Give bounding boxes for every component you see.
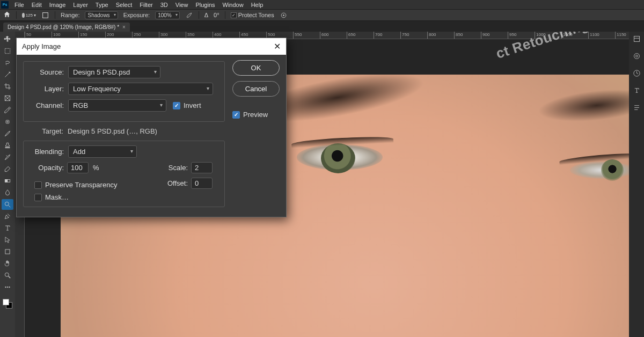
- menu-type[interactable]: Type: [92, 1, 112, 9]
- marquee-tool-icon[interactable]: [2, 46, 13, 56]
- dodge-tool-icon[interactable]: [2, 199, 13, 210]
- preserve-transparency-checkbox[interactable]: [34, 181, 42, 189]
- menu-view[interactable]: View: [172, 1, 192, 9]
- panel-icon-1[interactable]: [633, 35, 641, 45]
- menu-plugins[interactable]: Plugins: [192, 1, 218, 9]
- angle-value[interactable]: 0°: [214, 12, 219, 18]
- blending-label: Blending:: [24, 148, 64, 156]
- gradient-tool-icon[interactable]: [2, 175, 13, 186]
- panel-icon-5[interactable]: [633, 104, 641, 113]
- exposure-dropdown[interactable]: 100%: [155, 11, 180, 19]
- ruler-tick: 1100: [588, 32, 615, 39]
- range-label: Range:: [61, 12, 79, 18]
- ruler-tick: 1050: [561, 32, 588, 39]
- ruler-tick: 900: [481, 32, 508, 39]
- path-select-tool-icon[interactable]: [2, 235, 13, 245]
- panel-icon-4[interactable]: [633, 86, 641, 96]
- healing-tool-icon[interactable]: [2, 116, 13, 127]
- airbrush-icon[interactable]: [185, 11, 193, 19]
- type-tool-icon[interactable]: [2, 223, 13, 233]
- layer-dropdown[interactable]: Low Frequency: [68, 83, 213, 95]
- history-brush-tool-icon[interactable]: [2, 152, 13, 163]
- frame-tool-icon[interactable]: [2, 93, 13, 104]
- home-icon[interactable]: [3, 11, 11, 19]
- svg-rect-0: [43, 12, 48, 18]
- ruler-tick: 600: [320, 32, 347, 39]
- svg-point-23: [635, 55, 638, 57]
- blending-dropdown[interactable]: Add: [68, 145, 137, 158]
- eyedropper-tool-icon[interactable]: [2, 105, 13, 115]
- shape-tool-icon[interactable]: [2, 246, 13, 257]
- exposure-label: Exposure:: [123, 12, 150, 18]
- stamp-tool-icon[interactable]: [2, 140, 13, 151]
- protect-tones-checkbox[interactable]: Protect Tones: [231, 12, 274, 18]
- zoom-tool-icon[interactable]: [2, 270, 13, 281]
- wand-tool-icon[interactable]: [2, 69, 13, 80]
- svg-point-22: [634, 54, 639, 59]
- close-tab-icon[interactable]: ×: [122, 24, 126, 30]
- document-tab[interactable]: Design 4 PSD.psd @ 120% (Image, RGB/8#) …: [3, 23, 130, 32]
- scale-label: Scale:: [169, 164, 188, 172]
- tablet-pressure-icon[interactable]: [280, 11, 288, 19]
- brush-panel-icon[interactable]: [41, 11, 49, 19]
- toolbar-more-icon[interactable]: [2, 282, 13, 292]
- ruler-tick: 750: [400, 32, 427, 39]
- svg-point-17: [5, 287, 6, 288]
- hand-tool-icon[interactable]: [2, 258, 13, 269]
- menu-edit[interactable]: Edit: [28, 1, 46, 9]
- range-dropdown[interactable]: Shadows: [85, 11, 118, 19]
- target-value: Design 5 PSD.psd (…, RGB): [68, 127, 157, 135]
- preview-checkbox[interactable]: Preview: [232, 111, 280, 119]
- brush-tool-icon[interactable]: [2, 128, 13, 139]
- source-label: Source:: [24, 68, 64, 76]
- brush-preset[interactable]: 125 ▾: [22, 11, 36, 19]
- ok-button[interactable]: OK: [232, 60, 280, 76]
- apply-image-dialog: Apply Image ✕ Source: Design 5 PSD.psd L…: [16, 38, 287, 217]
- pen-tool-icon[interactable]: [2, 211, 13, 222]
- source-dropdown[interactable]: Design 5 PSD.psd: [68, 66, 160, 78]
- svg-line-26: [636, 74, 638, 74]
- svg-point-12: [5, 202, 9, 206]
- lasso-tool-icon[interactable]: [2, 57, 13, 68]
- cancel-button[interactable]: Cancel: [232, 81, 280, 97]
- svg-point-2: [283, 14, 284, 16]
- foreground-color-icon[interactable]: [3, 299, 9, 305]
- opacity-label: Opacity:: [24, 164, 64, 172]
- menu-filter[interactable]: Filter: [136, 1, 156, 9]
- panel-icon-2[interactable]: [633, 52, 641, 62]
- photoshop-logo-icon: Ps: [1, 1, 9, 9]
- invert-checkbox[interactable]: Invert: [173, 101, 201, 109]
- menu-bar: Ps File Edit Image Layer Type Select Fil…: [0, 0, 644, 10]
- ruler-tick: 550: [293, 32, 320, 39]
- channel-label: Channel:: [24, 101, 64, 109]
- svg-line-16: [9, 276, 11, 279]
- layer-label: Layer:: [24, 85, 64, 93]
- tools-panel: [0, 32, 15, 337]
- panel-icon-3[interactable]: [633, 69, 641, 79]
- menu-help[interactable]: Help: [247, 1, 267, 9]
- menu-layer[interactable]: Layer: [69, 1, 92, 9]
- offset-input[interactable]: 0: [191, 178, 213, 189]
- color-swatches[interactable]: [3, 299, 12, 309]
- close-icon[interactable]: ✕: [274, 41, 281, 52]
- opacity-input[interactable]: 100: [67, 162, 89, 173]
- menu-file[interactable]: File: [11, 1, 28, 9]
- svg-point-19: [9, 287, 10, 288]
- crop-tool-icon[interactable]: [2, 81, 13, 92]
- preserve-transparency-label: Preserve Transparency: [45, 181, 117, 189]
- menu-select[interactable]: Select: [112, 1, 136, 9]
- eraser-tool-icon[interactable]: [2, 164, 13, 174]
- menu-image[interactable]: Image: [46, 1, 70, 9]
- ruler-tick: 1150: [615, 32, 629, 39]
- channel-dropdown[interactable]: RGB: [68, 99, 166, 112]
- scale-input[interactable]: 2: [191, 162, 213, 173]
- menu-3d[interactable]: 3D: [157, 1, 172, 9]
- dialog-titlebar[interactable]: Apply Image ✕: [17, 38, 286, 55]
- dialog-title: Apply Image: [22, 42, 61, 50]
- mask-label: Mask…: [45, 193, 69, 201]
- move-tool-icon[interactable]: [2, 34, 13, 45]
- blur-tool-icon[interactable]: [2, 187, 13, 198]
- menu-window[interactable]: Window: [219, 1, 247, 9]
- mask-checkbox[interactable]: [34, 194, 42, 201]
- svg-point-15: [5, 273, 9, 276]
